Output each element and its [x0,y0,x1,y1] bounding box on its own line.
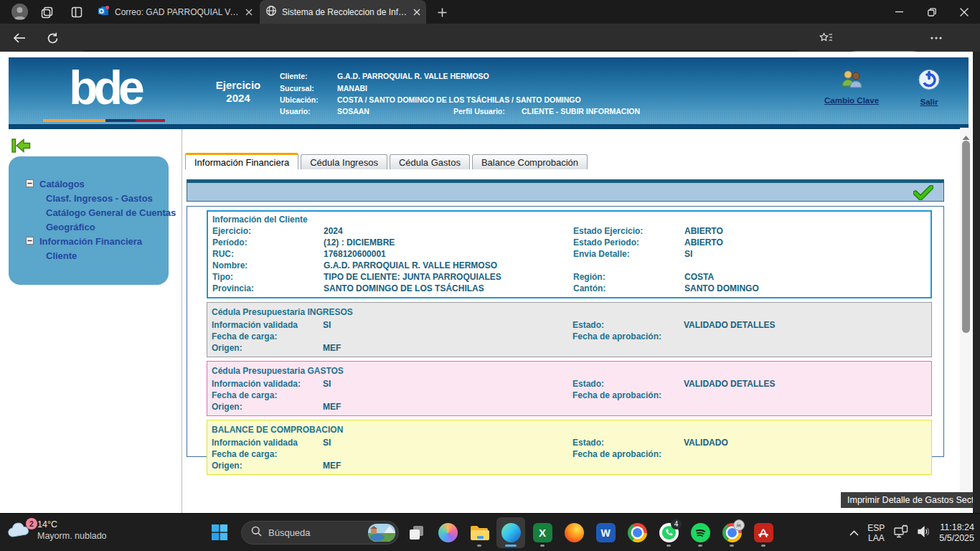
screen: Correo: GAD PARROQUIAL VALLE Sistema de … [0,0,980,551]
acrobat-icon[interactable] [749,517,778,548]
balance-section: BALANCE DE COMPROBACION Información vali… [207,420,932,475]
sidebar-item-clasf-ingresos-gastos[interactable]: Clasf. Ingresos - Gastos [9,191,169,205]
tab-title: Sistema de Recoleccion de Inform [282,7,408,17]
whatsapp-badge: 4 [671,519,682,529]
weather-temp: 14°C [37,519,107,530]
excel-icon[interactable]: X [528,517,557,548]
field-value: COSTA / SANTO DOMINGO DE LOS TSÁCHILAS /… [337,95,581,104]
section-title: Información del Cliente [212,213,926,225]
field-label: Ubicación: [280,95,337,104]
window-minimize-icon[interactable] [883,0,915,24]
tab-close-icon[interactable] [413,6,420,19]
tab-cedula-gastos[interactable]: Cédula Gastos [390,154,470,169]
field-label: Usuario: [280,107,337,116]
refresh-icon[interactable] [44,30,60,46]
edge-icon[interactable] [496,517,525,548]
collapse-menu-arrow-icon[interactable] [11,138,31,156]
start-button[interactable] [211,524,228,544]
sidebar-item-informacion-financiera[interactable]: Información Financiera [9,234,169,248]
collapse-minus-icon[interactable] [26,179,34,189]
section-title: Cédula Presupuestaria GASTOS [212,363,927,378]
word-icon[interactable]: W [591,517,620,548]
field-label: Sucursal: [280,84,337,93]
tab-informacion-financiera[interactable]: Información Financiera [185,153,298,169]
clock[interactable]: 11:18:24 5/5/2025 [939,522,974,544]
status-tooltip: Imprimir Detalle de Gastos Sector [841,492,980,508]
browser-profile-avatar[interactable] [11,4,28,20]
volume-icon[interactable] [918,526,930,540]
tray-chevron-icon[interactable] [849,530,859,536]
bde-page: bde Ejercicio 2024 Cliente: G.A.D. PARRO… [0,52,973,513]
network-icon[interactable] [893,524,909,541]
window-edge [973,52,980,513]
browser-tab-mail[interactable]: Correo: GAD PARROQUIAL VALLE [92,0,258,24]
chrome-profile-icon[interactable]: ☠ [717,517,746,548]
gastos-section: Cédula Presupuestaria GASTOS Información… [207,361,932,416]
section-title: Cédula Presupuestaria INGRESOS [212,304,927,319]
sidebar-item-catalogo-general-cuentas[interactable]: Catálogo General de Cuentas [9,205,169,220]
window-restore-icon[interactable] [915,0,948,24]
tab-title: Correo: GAD PARROQUIAL VALLE [115,7,240,17]
ingresos-section: Cédula Presupuestaria INGRESOS Informaci… [207,302,932,357]
spotify-icon[interactable] [686,517,715,548]
language-indicator[interactable]: ESP LAA [867,523,885,543]
tab-balance-comprobacion[interactable]: Balance Comprobación [472,154,588,169]
salir-link[interactable]: Salir [890,69,969,108]
weather-widget[interactable]: 2 14°C Mayorm. nublado [7,519,107,542]
search-highlight-image[interactable] [368,524,395,542]
bde-header: bde Ejercicio 2024 Cliente: G.A.D. PARRO… [9,57,969,129]
browser-tab-app[interactable]: Sistema de Recoleccion de Inform [260,0,426,24]
chrome-icon[interactable] [623,517,651,548]
page-scrollbar[interactable] [960,128,972,513]
field-label: Cliente: [280,72,337,80]
status-toolbar [187,179,944,202]
field-value: MANABI [337,84,367,93]
client-info-section: Información del Cliente Ejercicio:2024Es… [207,210,932,298]
search-icon [251,526,262,540]
whatsapp-icon[interactable]: 4 [654,517,683,548]
cloud-icon: 2 [7,521,32,540]
field-value: SOSAAN [337,107,453,116]
collections-icon[interactable] [818,30,834,46]
tab-close-icon[interactable] [245,6,253,19]
new-tab-icon[interactable] [433,4,451,21]
browser-tab-strip: Correo: GAD PARROQUIAL VALLE Sistema de … [0,0,980,24]
scrollbar-thumb[interactable] [962,141,970,333]
content-divider [182,129,182,513]
copilot-app-icon[interactable] [433,517,462,548]
taskbar-apps: X W 4 [402,517,778,548]
weather-alert-badge: 2 [26,518,37,529]
back-icon[interactable] [11,30,27,46]
sidebar-item-catalogos[interactable]: Catálogos [9,176,169,191]
workspaces-icon[interactable] [39,4,55,20]
profile-badge-icon: ☠ [733,519,745,531]
client-status-panel: Información del Cliente Ejercicio:2024Es… [187,206,944,457]
window-close-icon[interactable] [948,0,980,24]
validated-check-icon[interactable] [913,185,933,203]
search-box[interactable]: Búsqueda [241,521,399,545]
task-view-icon[interactable] [402,517,430,548]
browser-nav-bar: https://consulta.bde.fin.ec/WebSim/Login… [0,24,980,52]
bde-logo: bde [42,57,168,118]
users-icon [839,79,864,91]
content-tabs: Información Financiera Cédula Ingresos C… [185,153,590,169]
taskbar: 2 14°C Mayorm. nublado Búsqueda [0,513,980,551]
bde-logo-underline [43,119,165,122]
header-bottom-strip [9,124,969,129]
more-menu-icon[interactable] [928,30,944,46]
file-explorer-icon[interactable] [465,517,494,548]
ejercicio-year: Ejercicio 2024 [202,79,274,105]
sidebar-item-cliente[interactable]: Cliente [9,248,169,263]
weather-condition: Mayorm. nublado [37,530,107,542]
field-value: G.A.D. PARROQUIAL R. VALLE HERMOSO [337,72,489,80]
header-client-info: Cliente: G.A.D. PARROQUIAL R. VALLE HERM… [280,70,640,118]
firefox-icon[interactable] [560,517,588,548]
outlook-icon [98,5,110,19]
collapse-minus-icon[interactable] [26,236,34,247]
cambio-clave-link[interactable]: Cambio Clave [812,69,891,106]
sidebar-item-geografico[interactable]: Geográfico [9,220,169,234]
tab-actions-icon[interactable] [69,4,85,20]
sidebar-menu: Catálogos Clasf. Ingresos - Gastos Catál… [9,156,169,285]
tray-time: 11:18:24 [939,522,974,533]
tab-cedula-ingresos[interactable]: Cédula Ingresos [301,154,387,169]
